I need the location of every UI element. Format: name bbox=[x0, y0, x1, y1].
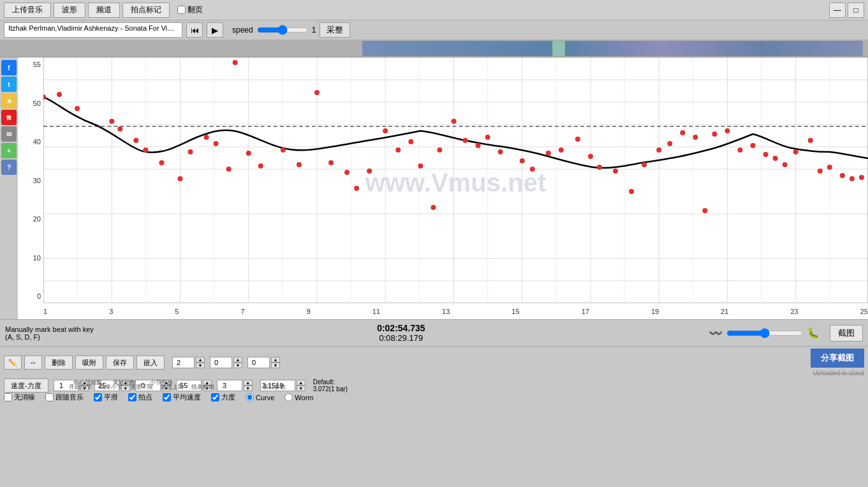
beat-count-up[interactable]: ▲ bbox=[233, 357, 242, 363]
small-bar-down[interactable]: ▼ bbox=[271, 363, 280, 368]
svg-point-100 bbox=[233, 60, 238, 65]
star-btn[interactable]: ★ bbox=[1, 93, 17, 109]
worm-radio-label[interactable]: Worm bbox=[284, 393, 313, 401]
beat-checkbox[interactable] bbox=[128, 393, 136, 401]
svg-point-89 bbox=[751, 143, 756, 148]
per-bar-beats-input[interactable] bbox=[172, 357, 195, 368]
svg-text:www.Vmus.net: www.Vmus.net bbox=[365, 169, 547, 197]
svg-point-87 bbox=[725, 128, 730, 133]
waveform-btn[interactable]: 波形 bbox=[54, 3, 85, 18]
window-up[interactable]: ▲ bbox=[297, 380, 305, 386]
small-bar-label: 小节平移 bbox=[144, 378, 179, 387]
speed-value: 1 bbox=[312, 26, 316, 34]
svg-point-71 bbox=[520, 158, 525, 163]
rewind-btn[interactable]: ⏮ bbox=[186, 22, 203, 38]
line-size-input[interactable] bbox=[217, 380, 242, 391]
flip-checkbox[interactable] bbox=[177, 6, 186, 14]
svg-point-58 bbox=[354, 186, 359, 191]
curve-radio[interactable] bbox=[246, 393, 254, 401]
avg-speed-checkbox[interactable] bbox=[163, 393, 171, 401]
svg-point-64 bbox=[430, 205, 436, 210]
beat-count-down[interactable]: ▼ bbox=[233, 363, 242, 368]
svg-point-94 bbox=[808, 138, 813, 143]
svg-point-65 bbox=[437, 147, 442, 153]
svg-point-85 bbox=[702, 208, 707, 213]
no-mute-checkbox[interactable] bbox=[4, 393, 12, 401]
line-size-down[interactable]: ▼ bbox=[244, 386, 253, 391]
svg-point-84 bbox=[693, 135, 698, 140]
window-down[interactable]: ▼ bbox=[297, 386, 305, 391]
accept-btn[interactable]: 采整 bbox=[320, 22, 350, 38]
insert-btn[interactable]: 嵌入 bbox=[136, 356, 165, 370]
svg-point-66 bbox=[451, 119, 456, 124]
svg-point-50 bbox=[226, 167, 232, 172]
svg-point-55 bbox=[314, 90, 320, 95]
save-btn[interactable]: 保存 bbox=[106, 356, 134, 370]
svg-point-57 bbox=[344, 170, 349, 175]
svg-point-79 bbox=[629, 189, 634, 194]
social-sidebar: f t ★ 微 ✉ + ? bbox=[0, 57, 18, 319]
email-btn[interactable]: ✉ bbox=[1, 126, 17, 142]
svg-point-74 bbox=[559, 147, 564, 153]
smooth-checkbox[interactable] bbox=[94, 393, 102, 401]
svg-point-83 bbox=[680, 130, 685, 135]
weibo-btn[interactable]: 微 bbox=[1, 110, 17, 125]
play-btn[interactable]: ▶ bbox=[207, 22, 223, 38]
line-size-up[interactable]: ▲ bbox=[244, 380, 253, 386]
absorb-btn[interactable]: 吸附 bbox=[75, 356, 103, 370]
waveform-container[interactable] bbox=[362, 41, 863, 56]
maximize-btn[interactable]: □ bbox=[848, 3, 864, 18]
y-axis: 55 50 40 30 20 10 0 bbox=[18, 57, 43, 303]
strength-label[interactable]: 力度 bbox=[211, 393, 235, 402]
per-bar-beats-up[interactable]: ▲ bbox=[196, 357, 205, 363]
beat-count-input[interactable] bbox=[210, 357, 232, 368]
beat-btn[interactable]: 拍点标记 bbox=[122, 3, 170, 18]
svg-point-93 bbox=[793, 149, 798, 154]
bg-music-label[interactable]: 跟随音乐 bbox=[45, 393, 84, 402]
no-mute-label[interactable]: 无消噪 bbox=[4, 393, 35, 402]
per-bar-beats-down[interactable]: ▼ bbox=[196, 363, 205, 368]
strength-checkbox[interactable] bbox=[211, 393, 219, 401]
svg-point-73 bbox=[546, 151, 551, 156]
upload-music-btn[interactable]: 上传音乐 bbox=[4, 3, 51, 18]
svg-point-46 bbox=[177, 176, 182, 181]
share-btn[interactable]: 分享截图 bbox=[811, 348, 864, 368]
svg-point-68 bbox=[476, 143, 481, 148]
top-toolbar: 上传音乐 波形 频道 拍点标记 翻页 — □ bbox=[0, 0, 868, 20]
delete-btn[interactable]: 删除 bbox=[45, 356, 73, 370]
twitter-btn[interactable]: t bbox=[1, 77, 17, 92]
second-toolbar: Itzhak Perlman,Vladimir Ashkenazy - Sona… bbox=[0, 20, 868, 40]
svg-point-62 bbox=[408, 139, 413, 144]
capture-btn[interactable]: 截图 bbox=[830, 325, 863, 341]
waveform-marker-start[interactable] bbox=[552, 41, 565, 56]
minimize-btn[interactable]: — bbox=[829, 3, 846, 18]
avg-speed-label[interactable]: 平均速度 bbox=[163, 393, 201, 402]
move-icon-btn[interactable]: ↔️ bbox=[24, 356, 42, 370]
help-btn[interactable]: ? bbox=[1, 160, 17, 175]
svg-point-70 bbox=[498, 149, 503, 154]
small-bar-input[interactable] bbox=[247, 357, 270, 368]
svg-point-59 bbox=[367, 169, 372, 174]
curve-radio-label[interactable]: Curve bbox=[246, 393, 274, 401]
beat-label[interactable]: 拍点 bbox=[128, 393, 152, 402]
default-label: Default: bbox=[313, 378, 348, 386]
svg-point-80 bbox=[642, 162, 647, 167]
speed-slider[interactable] bbox=[257, 25, 308, 35]
smooth-label[interactable]: 平滑 bbox=[94, 393, 118, 402]
time-display-1: 0:02:54.735 bbox=[377, 323, 425, 333]
video-btn[interactable]: 频道 bbox=[88, 3, 120, 18]
worm-slider[interactable] bbox=[726, 328, 803, 338]
svg-point-45 bbox=[159, 160, 164, 165]
small-bar-up[interactable]: ▲ bbox=[271, 357, 280, 363]
svg-point-95 bbox=[818, 169, 823, 174]
svg-point-53 bbox=[281, 147, 286, 153]
add-btn[interactable]: + bbox=[1, 143, 17, 158]
facebook-btn[interactable]: f bbox=[1, 60, 17, 75]
erase-icon-btn[interactable]: ✏️ bbox=[4, 356, 22, 370]
svg-point-76 bbox=[588, 154, 593, 159]
bg-music-checkbox[interactable] bbox=[45, 393, 54, 401]
worm-end-icon: 🐛 bbox=[807, 327, 820, 339]
svg-point-47 bbox=[188, 149, 193, 154]
worm-radio[interactable] bbox=[284, 393, 293, 401]
line-size-label: 线条粗细 bbox=[190, 383, 216, 391]
